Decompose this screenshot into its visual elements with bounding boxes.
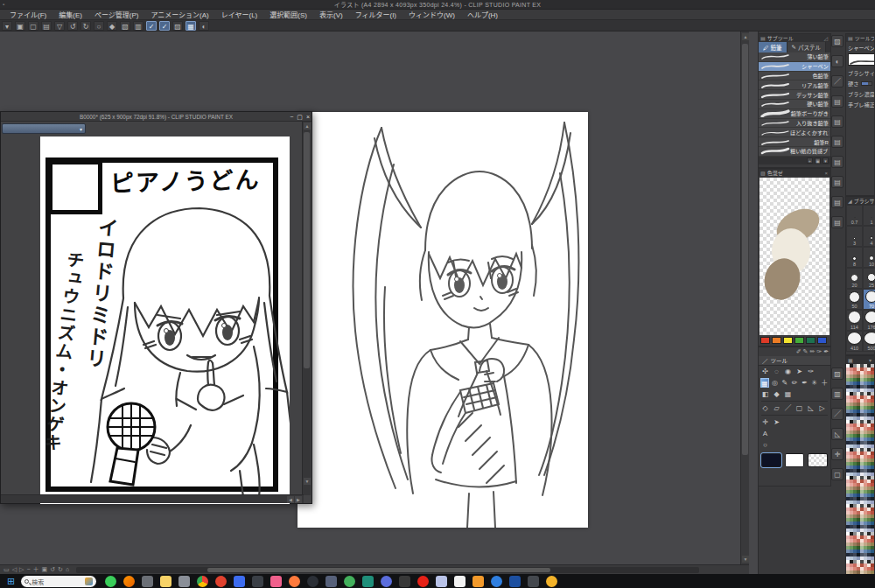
menu-filter[interactable]: フィルター(I) (349, 10, 402, 19)
ruler-tool[interactable]: ▱ (772, 403, 781, 413)
zoom-out-button[interactable]: − (26, 565, 30, 574)
ellipse-select-tool[interactable]: ○ (760, 440, 770, 450)
size-10[interactable]: 10 (863, 247, 875, 268)
balloon-tool[interactable]: ▢ (794, 403, 804, 413)
firefox-taskbar-icon[interactable] (123, 576, 135, 587)
zoom-in-button[interactable]: ＋ (33, 565, 39, 574)
snap-grid-button[interactable]: ▨ (172, 21, 183, 31)
clear-button[interactable]: ○ (94, 21, 104, 31)
delete-subtool-button[interactable]: ▾ (822, 158, 829, 164)
k-navy-taskbar-icon[interactable] (509, 576, 521, 587)
brush-item[interactable]: 粗い紙の質感ブラシ (759, 147, 830, 157)
property-stabilization[interactable]: 手ブレ補正 (846, 98, 874, 108)
minimize-button[interactable]: − (290, 112, 293, 122)
brush-item[interactable]: リアル鉛筆 (759, 80, 830, 90)
floating-window-scrollbar[interactable]: ▲ ▼ (302, 122, 311, 495)
object-tool[interactable]: ➤ (772, 417, 781, 427)
mail-blue-taskbar-icon[interactable] (234, 576, 245, 587)
size-8[interactable]: 8 (846, 247, 863, 268)
menu-file[interactable]: ファイル(F) (4, 10, 52, 19)
pencil-mini-icon[interactable]: ✎ (803, 348, 808, 355)
zoom-tool[interactable]: ◉ (783, 367, 793, 376)
app-gray-taskbar-icon[interactable] (142, 576, 153, 587)
move-layer-tool[interactable]: ✛ (760, 417, 770, 427)
history-panel-icon[interactable]: ◺ (831, 428, 844, 440)
size-114[interactable]: 114 (846, 310, 863, 331)
scroll-right-button[interactable]: ▶ (295, 496, 302, 503)
size-500[interactable]: 500 (863, 331, 875, 352)
move-panel-icon[interactable]: ✛ (831, 448, 844, 460)
floating-window-titlebar[interactable]: B0000* (625 x 900px 72dpi 91.8%) - CLIP … (1, 112, 312, 122)
reset-view-button[interactable]: ⌂ (66, 565, 69, 574)
brush-item[interactable]: 薄い鉛筆 (759, 52, 830, 62)
pixiv-pink-taskbar-icon[interactable] (270, 576, 282, 587)
youtube-taskbar-icon[interactable] (417, 576, 429, 587)
selection-tool[interactable]: ▦ (760, 378, 769, 388)
redo-button[interactable]: ↻ (80, 21, 91, 31)
dark-app-2-taskbar-icon[interactable] (528, 576, 539, 587)
d-white-taskbar-icon[interactable] (454, 576, 466, 587)
sub-color-chip[interactable] (785, 453, 805, 467)
frame-border-tool[interactable]: ▦ (783, 389, 793, 399)
ruler-panel-icon[interactable]: ／ (831, 408, 844, 420)
teal-app-taskbar-icon[interactable] (362, 576, 374, 587)
scroll-up-button[interactable]: ▲ (742, 33, 749, 40)
grid-app-taskbar-icon[interactable] (178, 576, 190, 587)
material-button[interactable]: ▧ (120, 21, 130, 31)
discord-taskbar-icon[interactable] (381, 576, 392, 587)
color-swatch[interactable] (817, 337, 827, 344)
nib-mini-icon[interactable]: ✒ (823, 348, 829, 355)
size-25[interactable]: 25 (863, 268, 875, 289)
property-density[interactable]: ブラシ濃度 (846, 88, 874, 98)
panel-menu-icon[interactable]: ▤ (760, 35, 766, 41)
size-410[interactable]: 410 (846, 331, 863, 352)
rotate-left-button[interactable]: ↺ (50, 565, 55, 574)
scrollbar-thumb[interactable] (304, 132, 310, 368)
pen-tool[interactable]: ✎ (780, 378, 788, 388)
floating-document-window[interactable]: B0000* (625 x 900px 72dpi 91.8%) - CLIP … (0, 111, 312, 504)
brush-item-selected[interactable]: シャーペン (759, 62, 830, 72)
fill-bucket-tool[interactable]: ◆ (772, 389, 781, 399)
polyline-tool[interactable]: ▷ (817, 403, 827, 413)
scroll-down-button[interactable]: ▼ (742, 556, 749, 563)
stroke-preview-icon[interactable]: ▨ (831, 35, 844, 47)
hscrollbar-thumb[interactable] (207, 568, 550, 572)
main-canvas[interactable] (298, 112, 588, 528)
size-50[interactable]: 50 (846, 289, 863, 310)
menu-layer[interactable]: レイヤー(L) (215, 10, 264, 19)
figure-tool[interactable]: ◇ (760, 403, 770, 413)
plane-light-taskbar-icon[interactable] (436, 576, 447, 587)
brush-item[interactable]: ほどよくかすれたえんぴつ3mm (759, 128, 830, 137)
fit-screen-button[interactable]: ▭ (4, 565, 10, 574)
menu-view[interactable]: 表示(V) (313, 10, 349, 19)
panel-close-icon[interactable]: × (824, 171, 829, 176)
gradient-tool[interactable]: ◧ (760, 389, 770, 399)
line-taskbar-icon[interactable] (105, 576, 116, 587)
subtool-group-6-icon[interactable]: ▤ (831, 196, 844, 208)
property-hardness[interactable]: 硬さ (846, 77, 874, 88)
brush-tool[interactable]: ✒ (801, 378, 808, 388)
snap-ruler-button[interactable]: ✓ (146, 21, 157, 31)
correct-line-tool[interactable]: ／ (783, 403, 793, 413)
scrollbar-thumb[interactable] (742, 44, 748, 455)
brush-item[interactable]: 鉛筆ボーりがき (759, 109, 830, 119)
amber-app-taskbar-icon[interactable] (546, 576, 557, 587)
size-4[interactable]: 4 (863, 226, 875, 247)
flame-orange-taskbar-icon[interactable] (289, 576, 300, 587)
main-color-chip[interactable] (761, 453, 781, 467)
screen-mode-button[interactable]: ▣ (15, 21, 25, 31)
search-box[interactable]: 検索 (21, 576, 96, 587)
text-tool[interactable]: A (760, 429, 770, 438)
brush-item[interactable]: 入り抜き鉛筆 (759, 119, 830, 129)
decoration-tool[interactable]: ＋ (821, 378, 829, 388)
navigator-panel-icon[interactable]: ▥ (831, 388, 844, 400)
green-circle-taskbar-icon[interactable] (344, 576, 355, 587)
size-176[interactable]: 176 (863, 310, 875, 331)
subtool-group-2-icon[interactable]: ▤ (831, 116, 844, 128)
save-button[interactable]: ▽ (54, 21, 65, 31)
pen-mini-icon[interactable]: ✐ (796, 348, 802, 355)
blue-up-taskbar-icon[interactable] (491, 576, 502, 587)
color-swatch[interactable] (794, 337, 804, 344)
magnifier-tool[interactable]: ◎ (771, 378, 779, 388)
menu-window[interactable]: ウィンドウ(W) (402, 10, 461, 19)
